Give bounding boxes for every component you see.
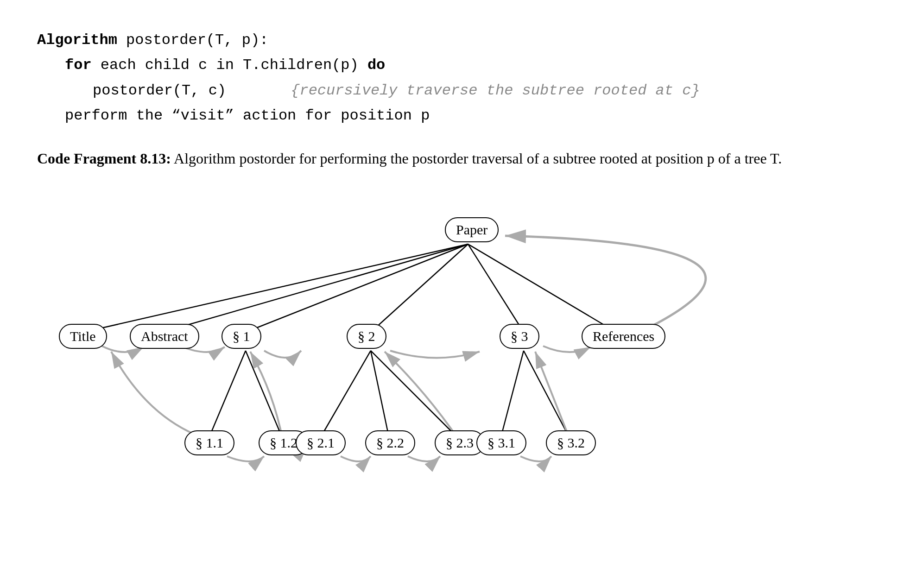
svg-line-5 [468, 244, 616, 332]
node-abstract: Abstract [130, 324, 199, 349]
svg-line-11 [500, 351, 524, 439]
node-s22: § 2.2 [365, 430, 415, 455]
node-s2: § 2 [347, 324, 386, 349]
node-s21: § 2.1 [296, 430, 346, 455]
visit-action: perform the “visit” action for position … [65, 107, 430, 124]
svg-line-0 [83, 244, 468, 332]
svg-line-9 [371, 351, 389, 439]
algorithm-signature: postorder(T, p): [117, 32, 268, 49]
svg-line-8 [320, 351, 371, 439]
code-block: Algorithm postorder(T, p): for each chil… [37, 28, 887, 129]
svg-line-3 [371, 244, 468, 332]
svg-line-1 [162, 244, 468, 332]
caption-label: Code Fragment 8.13: [37, 150, 171, 167]
node-references: References [582, 324, 665, 349]
node-s31: § 3.1 [476, 430, 526, 455]
postorder-call: postorder(T, c) [93, 82, 226, 99]
svg-line-6 [209, 351, 246, 439]
caption-text: Algorithm postorder for performing the p… [171, 150, 782, 167]
node-s1: § 1 [222, 324, 261, 349]
algorithm-keyword: Algorithm [37, 32, 117, 49]
do-keyword: do [367, 57, 385, 74]
svg-line-10 [371, 351, 459, 439]
svg-line-4 [468, 244, 524, 332]
node-s32: § 3.2 [546, 430, 596, 455]
node-paper: Paper [445, 217, 499, 242]
tree-diagram: Paper Title Abstract § 1 § 2 § 3 Referen… [37, 198, 899, 513]
tree-svg [37, 198, 899, 513]
caption: Code Fragment 8.13: Algorithm postorder … [37, 147, 825, 170]
svg-line-2 [246, 244, 468, 332]
svg-line-7 [246, 351, 283, 439]
for-rest: each child c in T.children(p) [92, 57, 367, 74]
node-title: Title [59, 324, 107, 349]
for-keyword: for [65, 57, 92, 74]
svg-line-12 [524, 351, 570, 439]
node-s3: § 3 [500, 324, 539, 349]
code-comment: {recursively traverse the subtree rooted… [291, 82, 700, 99]
node-s11: § 1.1 [184, 430, 234, 455]
